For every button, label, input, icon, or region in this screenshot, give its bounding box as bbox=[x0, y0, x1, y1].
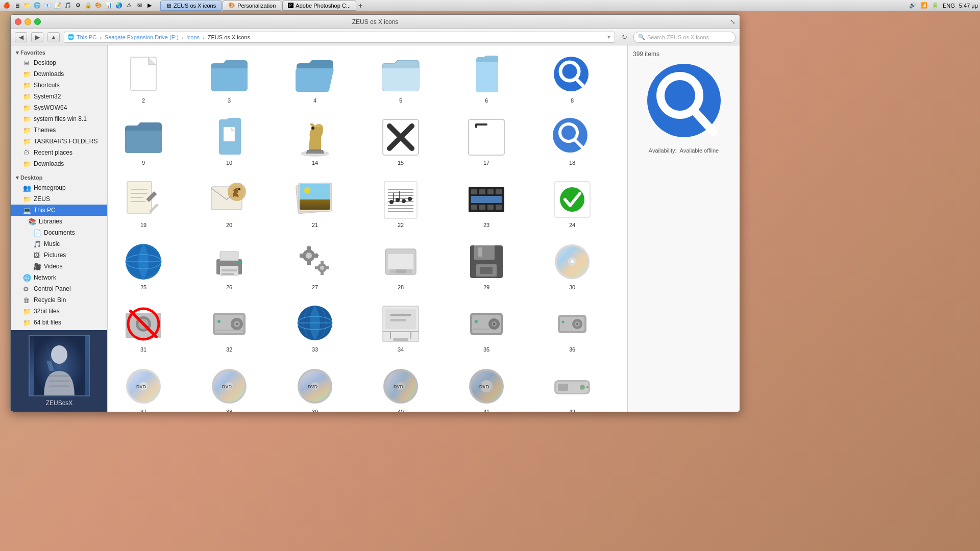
sidebar-item-system32[interactable]: 📁 System32 bbox=[11, 91, 107, 102]
grid-item-38[interactable]: DVD 38 bbox=[199, 362, 260, 412]
sidebar-item-syswow64[interactable]: 📁 SysWOW64 bbox=[11, 102, 107, 113]
grid-item-9[interactable]: 9 bbox=[113, 113, 174, 170]
sidebar-item-controlpanel[interactable]: ⚙ Control Panel bbox=[11, 283, 107, 294]
grid-item-20[interactable]: 20 bbox=[199, 175, 260, 232]
grid-item-18[interactable]: 18 bbox=[542, 113, 603, 170]
taskbar-icon-13[interactable]: ✉ bbox=[135, 1, 144, 10]
grid-item-24[interactable]: 24 bbox=[542, 175, 603, 232]
taskbar-icon-1[interactable]: 🖥 bbox=[12, 1, 21, 10]
minimize-button[interactable] bbox=[24, 18, 31, 25]
svg-text:DVD: DVD bbox=[394, 384, 404, 389]
close-button[interactable] bbox=[15, 18, 21, 25]
grid-item-15[interactable]: 15 bbox=[370, 113, 431, 170]
sidebar-item-desktop[interactable]: 🖥 Desktop bbox=[11, 57, 107, 68]
sidebar-item-32bit[interactable]: 📁 32bit files bbox=[11, 306, 107, 317]
taskbar-icon-7[interactable]: ⚙ bbox=[74, 1, 83, 10]
sidebar-item-zeus[interactable]: 📁 ZEUS bbox=[11, 193, 107, 205]
breadcrumb-seagate[interactable]: Seagate Expansion Drive (E:) bbox=[105, 34, 179, 40]
sidebar-favorites-header[interactable]: ▾ Favorites bbox=[11, 47, 107, 57]
grid-item-22[interactable]: 22 bbox=[370, 175, 431, 232]
taskbar-tab-zeus[interactable]: 🖥 ZEUS os X icons bbox=[160, 1, 222, 11]
taskbar-icon-10[interactable]: 📊 bbox=[104, 1, 113, 10]
back-button[interactable]: ◀ bbox=[15, 32, 27, 42]
grid-item-19[interactable]: 19 bbox=[113, 175, 174, 232]
taskbar-icon-2[interactable]: 📁 bbox=[22, 1, 32, 10]
taskbar-icon-5[interactable]: 📝 bbox=[53, 1, 62, 10]
taskbar-icon-9[interactable]: 🎨 bbox=[94, 1, 103, 10]
sidebar-item-downloads2[interactable]: 📁 Downloads bbox=[11, 158, 107, 169]
sidebar-item-recycle[interactable]: 🗑 Recycle Bin bbox=[11, 294, 107, 306]
sidebar-item-downloads[interactable]: 📁 Downloads bbox=[11, 68, 107, 80]
grid-item-31[interactable]: 31 bbox=[113, 299, 174, 357]
maximize-button[interactable] bbox=[34, 18, 41, 25]
address-bar[interactable]: 🌐 This PC › Seagate Expansion Drive (E:)… bbox=[64, 32, 615, 43]
sidebar-item-videos[interactable]: 🎥 Videos bbox=[11, 261, 107, 272]
taskbar-tab-personalization[interactable]: 🎨 Personalization bbox=[223, 1, 281, 11]
search-box[interactable]: 🔍 Search ZEUS os X icons bbox=[633, 32, 736, 43]
address-dropdown-icon[interactable]: ▾ bbox=[607, 34, 610, 40]
taskbar-icon-3[interactable]: 🌐 bbox=[33, 1, 42, 10]
taskbar-network-icon[interactable]: 📶 bbox=[920, 2, 927, 9]
sidebar-item-shortcuts[interactable]: 📁 Shortcuts bbox=[11, 80, 107, 91]
up-button[interactable]: ▲ bbox=[47, 32, 60, 42]
taskbar-apple-icon[interactable]: 🍎 bbox=[2, 1, 11, 10]
window-resize-icon[interactable]: ⤡ bbox=[730, 18, 736, 26]
sidebar-item-sysfiles[interactable]: 📁 system files win 8.1 bbox=[11, 113, 107, 124]
sidebar-item-recent[interactable]: ⏱ Recent places bbox=[11, 147, 107, 158]
taskbar-icon-8[interactable]: 🔒 bbox=[84, 1, 93, 10]
grid-item-33[interactable]: 33 bbox=[284, 299, 346, 357]
sidebar-item-taskbars[interactable]: 📁 TASKBAR'S FOLDERS bbox=[11, 136, 107, 147]
grid-item-39[interactable]: DVD 39 bbox=[284, 362, 346, 412]
grid-item-41[interactable]: DVD 41 bbox=[456, 362, 517, 412]
sidebar-item-pictures[interactable]: 🖼 Pictures bbox=[11, 249, 107, 261]
breadcrumb-icons[interactable]: icons bbox=[186, 34, 200, 40]
grid-item-2[interactable]: 2 bbox=[113, 51, 174, 108]
sidebar-desktop-header[interactable]: ▾ Desktop bbox=[11, 172, 107, 182]
grid-item-27[interactable]: 27 bbox=[284, 237, 346, 294]
sidebar-item-network[interactable]: 🌐 Network bbox=[11, 272, 107, 283]
grid-item-8[interactable]: 8 bbox=[542, 51, 603, 108]
grid-item-25[interactable]: 25 bbox=[113, 237, 174, 294]
grid-item-14[interactable]: 14 bbox=[284, 113, 346, 170]
grid-item-6[interactable]: 6 bbox=[456, 51, 517, 108]
grid-item-21[interactable]: 21 bbox=[284, 175, 346, 232]
taskbar-battery-icon[interactable]: 🔋 bbox=[932, 2, 939, 9]
sidebar-item-libraries[interactable]: 📚 Libraries bbox=[11, 216, 107, 227]
grid-item-10[interactable]: 10 bbox=[199, 113, 260, 170]
sidebar-item-homegroup[interactable]: 👥 Homegroup bbox=[11, 182, 107, 193]
grid-item-34[interactable]: 34 bbox=[370, 299, 431, 357]
sidebar-item-64bit[interactable]: 📁 64 bit files bbox=[11, 317, 107, 328]
grid-item-29[interactable]: 29 bbox=[456, 237, 517, 294]
forward-button[interactable]: ▶ bbox=[31, 32, 43, 42]
sidebar-item-music[interactable]: 🎵 Music bbox=[11, 238, 107, 249]
grid-item-30[interactable]: 30 bbox=[542, 237, 603, 294]
taskbar-volume-icon[interactable]: 🔊 bbox=[909, 2, 916, 9]
taskbar-icon-11[interactable]: 🌏 bbox=[114, 1, 124, 10]
grid-item-40[interactable]: DVD 40 bbox=[370, 362, 431, 412]
grid-item-35[interactable]: 35 bbox=[456, 299, 517, 357]
grid-item-3[interactable]: 3 bbox=[199, 51, 260, 108]
taskbar-icon-6[interactable]: 🎵 bbox=[63, 1, 72, 10]
sidebar-item-themes[interactable]: 📁 Themes bbox=[11, 124, 107, 136]
breadcrumb-zeus[interactable]: ZEUS os X icons bbox=[208, 34, 250, 40]
grid-item-42[interactable]: 42 bbox=[542, 362, 603, 412]
grid-item-26[interactable]: 26 bbox=[199, 237, 260, 294]
grid-item-4[interactable]: 4 bbox=[284, 51, 346, 108]
taskbar-icon-14[interactable]: ▶ bbox=[145, 1, 154, 10]
breadcrumb-thispc[interactable]: This PC bbox=[77, 34, 96, 40]
sidebar-item-documents[interactable]: 📄 Documents bbox=[11, 227, 107, 238]
taskbar-icon-12[interactable]: ⚠ bbox=[125, 1, 134, 10]
taskbar-lang[interactable]: ENG bbox=[943, 3, 955, 9]
grid-item-28[interactable]: 28 bbox=[370, 237, 431, 294]
grid-item-36[interactable]: 36 bbox=[542, 299, 603, 357]
grid-item-37[interactable]: DVD 37 bbox=[113, 362, 174, 412]
grid-item-17[interactable]: 17 bbox=[456, 113, 517, 170]
taskbar-new-tab-btn[interactable]: + bbox=[358, 2, 362, 10]
grid-item-32[interactable]: 32 bbox=[199, 299, 260, 357]
sidebar-item-thispc[interactable]: 💻 This PC bbox=[11, 205, 107, 216]
refresh-button[interactable]: ↻ bbox=[619, 32, 629, 42]
taskbar-icon-4[interactable]: 📧 bbox=[43, 1, 52, 10]
taskbar-tab-photoshop[interactable]: 🅿 Adobe Photoshop C... bbox=[282, 1, 356, 11]
grid-item-5[interactable]: 5 bbox=[370, 51, 431, 108]
grid-item-23[interactable]: 23 bbox=[456, 175, 517, 232]
